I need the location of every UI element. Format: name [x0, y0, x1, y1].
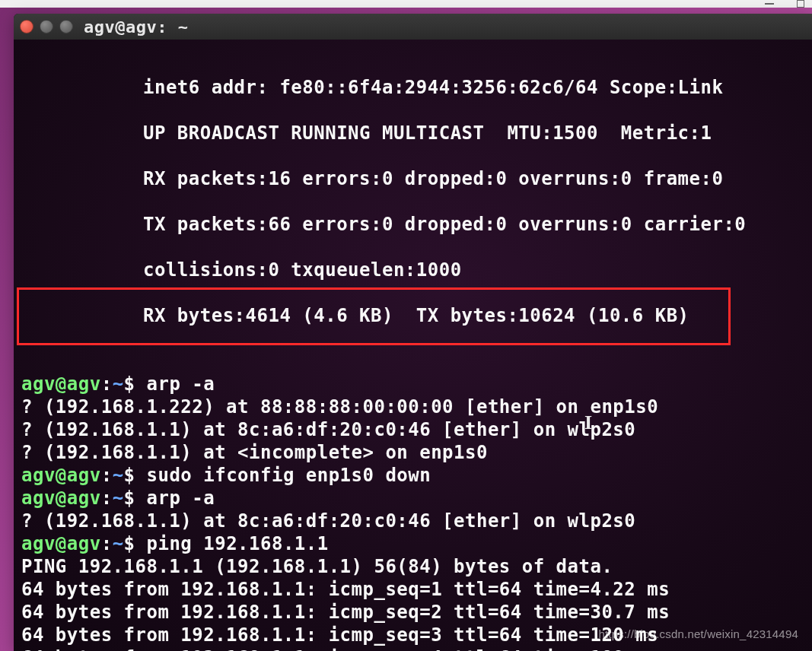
prompt-colon: :	[101, 533, 113, 554]
prompt-path: ~	[113, 533, 124, 554]
arp-output-line: ? (192.168.1.1) at 8c:a6:df:20:c0:46 [et…	[21, 419, 635, 440]
arp-output-line: ? (192.168.1.222) at 88:88:88:00:00:00 […	[21, 396, 658, 418]
prompt-dollar: $	[124, 373, 135, 395]
maximize-icon[interactable]	[59, 20, 73, 33]
prompt-host: agv	[67, 487, 101, 509]
prompt-path: ~	[113, 487, 124, 509]
window-title: agv@agv: ~	[84, 17, 188, 37]
arp-output-line: ? (192.168.1.1) at 8c:a6:df:20:c0:46 [et…	[21, 510, 635, 532]
ifconfig-line: RX bytes:4614 (4.6 KB) TX bytes:10624 (1…	[21, 304, 806, 327]
close-icon[interactable]	[20, 20, 33, 33]
command-text: arp -a	[146, 373, 215, 395]
watermark-text: https://blog.csdn.net/weixin_42314494	[598, 627, 798, 640]
arp-output-line: ? (192.168.1.1) at <incomplete> on enp1s…	[21, 442, 488, 463]
prompt-host: agv	[67, 465, 101, 486]
ifconfig-line: TX packets:66 errors:0 dropped:0 overrun…	[21, 213, 806, 236]
prompt-line: agv@agv:~$ arp -a	[21, 487, 215, 509]
prompt-colon: :	[101, 487, 113, 509]
text-cursor-icon: I	[584, 411, 593, 436]
ping-header: PING 192.168.1.1 (192.168.1.1) 56(84) by…	[21, 556, 613, 577]
terminal-body[interactable]: inet6 addr: fe80::6f4a:2944:3256:62c6/64…	[14, 40, 812, 651]
prompt-dollar: $	[124, 533, 135, 554]
ping-reply-line: 64 bytes from 192.168.1.1: icmp_seq=1 tt…	[21, 579, 670, 600]
prompt-colon: :	[101, 373, 113, 395]
prompt-path: ~	[113, 465, 124, 486]
prompt-host: agv	[67, 533, 101, 554]
ifconfig-line: inet6 addr: fe80::6f4a:2944:3256:62c6/64…	[21, 76, 806, 99]
prompt-host: agv	[67, 373, 101, 395]
prompt-dollar: $	[124, 487, 135, 509]
prompt-at: @	[56, 533, 67, 554]
host-maximize-icon[interactable]	[797, 0, 804, 8]
ifconfig-line: collisions:0 txqueuelen:1000	[21, 259, 806, 281]
prompt-user: agv	[21, 465, 56, 486]
prompt-user: agv	[21, 373, 56, 395]
minimize-icon[interactable]	[40, 20, 53, 33]
prompt-dollar: $	[124, 465, 135, 486]
prompt-path: ~	[113, 373, 124, 395]
ping-reply-line: 64 bytes from 192.168.1.1: icmp_seq=2 tt…	[21, 602, 670, 623]
prompt-at: @	[56, 373, 67, 395]
command-text: arp -a	[146, 487, 215, 509]
ifconfig-line: RX packets:16 errors:0 dropped:0 overrun…	[21, 167, 806, 190]
host-minimize-icon[interactable]	[765, 3, 774, 5]
prompt-user: agv	[21, 487, 56, 509]
ping-reply-line: 64 bytes from 192.168.1.1: icmp_seq=3 tt…	[21, 624, 658, 646]
prompt-colon: :	[101, 465, 113, 486]
prompt-user: agv	[21, 533, 56, 554]
prompt-line: agv@agv:~$ arp -a	[21, 373, 215, 395]
prompt-at: @	[56, 487, 67, 509]
command-text: sudo ifconfig enp1s0 down	[146, 465, 431, 486]
ping-reply-line: 64 bytes from 192.168.1.1: icmp_seq=4 tt…	[21, 647, 658, 651]
terminal-titlebar[interactable]: agv@agv: ~	[14, 14, 812, 40]
prompt-at: @	[56, 465, 67, 486]
ifconfig-line: UP BROADCAST RUNNING MULTICAST MTU:1500 …	[21, 122, 806, 144]
command-text: ping 192.168.1.1	[146, 533, 328, 554]
prompt-line: agv@agv:~$ ping 192.168.1.1	[21, 533, 329, 554]
prompt-line: agv@agv:~$ sudo ifconfig enp1s0 down	[21, 465, 431, 486]
host-window-titlebar	[0, 0, 812, 8]
terminal-window: agv@agv: ~ inet6 addr: fe80::6f4a:2944:3…	[14, 14, 812, 651]
